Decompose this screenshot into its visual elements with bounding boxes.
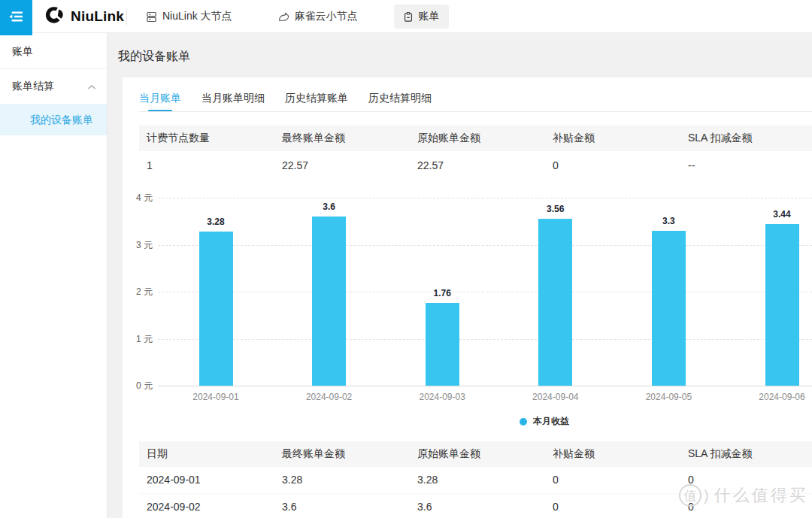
table-cell: 3.6: [410, 493, 545, 518]
tab-0[interactable]: 当月账单: [139, 85, 181, 111]
niulink-logo-icon: [44, 5, 66, 28]
table-cell: 0: [545, 467, 680, 493]
gridline: [158, 245, 812, 246]
tab-2[interactable]: 历史结算账单: [285, 85, 348, 111]
table-header-row: 日期最终账单金额原始账单金额补贴金额SLA 扣减金额: [139, 441, 812, 467]
y-axis-tick: 0 元: [123, 380, 153, 392]
table-cell: --: [680, 151, 812, 179]
header-nav: NiuLink 大节点麻雀云小节点账单: [137, 0, 449, 33]
column-header: 原始账单金额: [410, 126, 545, 151]
sidebar: 账单 账单结算 我的设备账单: [0, 33, 108, 518]
x-axis-label: 2024-09-06: [741, 392, 812, 402]
bar-2024-09-01: [199, 232, 233, 386]
y-axis-tick: 3 元: [123, 239, 153, 252]
sidebar-item-my-device-bills[interactable]: 我的设备账单: [0, 104, 107, 135]
nav-item-label: NiuLink 大节点: [162, 10, 232, 23]
y-axis-tick: 1 元: [123, 333, 153, 346]
bar-value-label: 3.6: [299, 201, 359, 212]
sidebar-item-selected-label: 我的设备账单: [30, 114, 93, 126]
table-cell: 0: [680, 493, 812, 518]
column-header: 最终账单金额: [274, 126, 410, 151]
bar-2024-09-05: [652, 231, 686, 386]
bill-icon: [403, 11, 414, 23]
table-cell: 0: [545, 151, 680, 179]
column-header: 日期: [139, 441, 274, 467]
x-axis-label: 2024-09-03: [401, 392, 483, 402]
nav-item-2[interactable]: 账单: [394, 5, 449, 29]
top-nav-bar: NiuLink NiuLink 大节点麻雀云小节点账单: [0, 0, 812, 33]
server-icon: [146, 11, 157, 23]
bar-2024-09-03: [426, 303, 459, 386]
header-divider: [126, 8, 127, 25]
niulink-logo[interactable]: NiuLink: [44, 0, 124, 33]
sidebar-item-bills[interactable]: 账单: [0, 33, 107, 69]
bar-value-label: 1.76: [412, 288, 472, 298]
bar-value-label: 3.56: [526, 204, 586, 214]
sidebar-item-bills-label: 账单: [12, 45, 33, 57]
table-cell: 2024-09-01: [139, 467, 274, 493]
bar-value-label: 3.3: [638, 216, 698, 226]
table-header-row: 计费节点数量最终账单金额原始账单金额补贴金额SLA 扣减金额: [139, 126, 812, 151]
column-header: SLA 扣减金额: [680, 126, 812, 151]
menu-fold-icon: [7, 7, 26, 29]
table-cell: 1: [139, 151, 274, 179]
table-cell: 22.57: [274, 151, 410, 179]
table-row: 2024-09-023.63.600: [139, 493, 812, 518]
sidebar-group-bill-settlement[interactable]: 账单结算: [0, 69, 107, 104]
column-header: 补贴金额: [545, 126, 680, 151]
y-axis-tick: 2 元: [123, 286, 153, 298]
chart-legend[interactable]: 本月收益: [520, 415, 569, 428]
table-row: 2024-09-013.283.2800: [139, 467, 812, 493]
sidebar-group-label: 账单结算: [12, 80, 54, 93]
sparrow-icon: [277, 11, 289, 23]
x-axis-label: 2024-09-01: [174, 392, 257, 402]
content-card: 当月账单当月账单明细历史结算账单历史结算明细 计费节点数量最终账单金额原始账单金…: [123, 77, 812, 518]
revenue-bar-chart: 0 元1 元2 元3 元4 元3.282024-09-013.62024-09-…: [123, 184, 812, 410]
tab-bar-underline: [139, 111, 812, 112]
legend-dot-icon: [520, 418, 527, 426]
y-axis-tick: 4 元: [123, 192, 153, 204]
gridline: [158, 386, 812, 386]
chevron-up-icon: [87, 80, 96, 92]
nav-item-label: 账单: [419, 10, 440, 23]
table-cell: 0: [545, 493, 680, 518]
bar-2024-09-04: [538, 219, 572, 386]
gridline: [158, 198, 812, 198]
x-axis-label: 2024-09-04: [514, 392, 597, 402]
nav-item-0[interactable]: NiuLink 大节点: [137, 5, 241, 29]
menu-fold-button[interactable]: [0, 0, 32, 35]
tab-bar: 当月账单当月账单明细历史结算账单历史结算明细: [139, 85, 432, 111]
page-title: 我的设备账单: [118, 49, 190, 65]
gridline: [158, 339, 812, 340]
column-header: SLA 扣减金额: [680, 441, 812, 467]
nav-item-label: 麻雀云小节点: [295, 10, 358, 23]
table-cell: 2024-09-02: [139, 493, 274, 518]
nav-item-1[interactable]: 麻雀云小节点: [268, 5, 367, 29]
tab-3[interactable]: 历史结算明细: [368, 85, 432, 111]
legend-label: 本月收益: [533, 415, 569, 428]
table-cell: 0: [680, 467, 812, 493]
bar-value-label: 3.44: [752, 209, 812, 220]
gridline: [158, 292, 812, 292]
table-cell: 3.28: [274, 467, 410, 493]
table-row: 122.5722.570--: [139, 151, 812, 179]
summary-table: 计费节点数量最终账单金额原始账单金额补贴金额SLA 扣减金额122.5722.5…: [139, 126, 812, 179]
column-header: 补贴金额: [545, 441, 680, 467]
table-cell: 3.6: [274, 493, 410, 518]
bar-value-label: 3.28: [186, 217, 246, 227]
bar-2024-09-06: [765, 224, 799, 386]
column-header: 原始账单金额: [410, 441, 545, 467]
bar-2024-09-02: [312, 217, 346, 386]
x-axis-label: 2024-09-02: [288, 392, 371, 402]
column-header: 计费节点数量: [139, 126, 274, 151]
daily-bill-table: 日期最终账单金额原始账单金额补贴金额SLA 扣减金额2024-09-013.28…: [139, 441, 812, 518]
table-cell: 22.57: [410, 151, 545, 179]
brand-name: NiuLink: [71, 8, 124, 25]
table-cell: 3.28: [410, 467, 545, 493]
tab-1[interactable]: 当月账单明细: [201, 85, 265, 111]
x-axis-label: 2024-09-05: [627, 392, 710, 402]
column-header: 最终账单金额: [274, 441, 410, 467]
